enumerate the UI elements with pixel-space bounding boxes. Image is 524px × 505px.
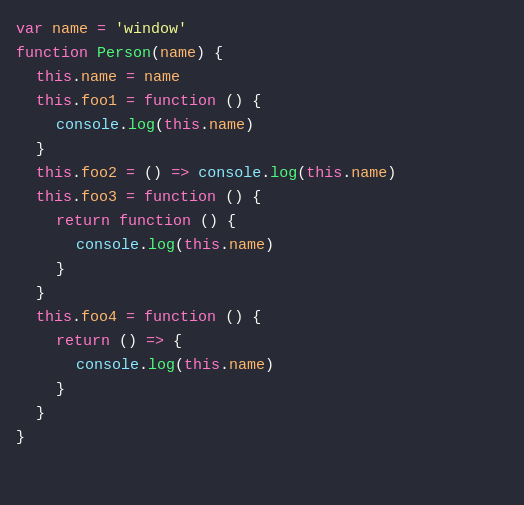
code-line-14: return () => {	[16, 330, 508, 354]
keyword-function-2: function	[144, 90, 216, 114]
code-line-1: var name = 'window'	[16, 18, 508, 42]
code-line-7: this . foo2 = () => console . log ( this…	[16, 162, 508, 186]
code-line-10: console . log ( this . name )	[16, 234, 508, 258]
code-line-8: this . foo3 = function () {	[16, 186, 508, 210]
code-line-15: console . log ( this . name )	[16, 354, 508, 378]
code-line-17: }	[16, 402, 508, 426]
code-line-12: }	[16, 282, 508, 306]
keyword-function-4: function	[119, 210, 191, 234]
code-line-13: this . foo4 = function () {	[16, 306, 508, 330]
code-line-2: function Person ( name ) {	[16, 42, 508, 66]
code-line-3: this . name = name	[16, 66, 508, 90]
code-line-4: this . foo1 = function () {	[16, 90, 508, 114]
code-editor: var name = 'window' function Person ( na…	[0, 0, 524, 505]
code-line-5: console . log ( this . name )	[16, 114, 508, 138]
function-name-person: Person	[97, 42, 151, 66]
code-line-9: return function () {	[16, 210, 508, 234]
var-name: name	[52, 18, 88, 42]
keyword-function-5: function	[144, 306, 216, 330]
keyword-var: var	[16, 18, 43, 42]
code-line-11: }	[16, 258, 508, 282]
code-line-18: }	[16, 426, 508, 450]
keyword-function-3: function	[144, 186, 216, 210]
code-line-16: }	[16, 378, 508, 402]
keyword-function-1: function	[16, 42, 88, 66]
code-line-6: }	[16, 138, 508, 162]
